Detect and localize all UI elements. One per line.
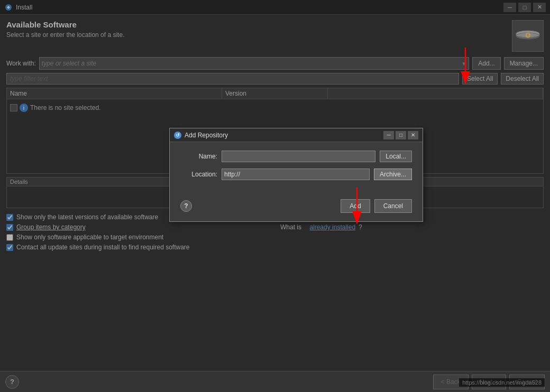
local-button[interactable]: Local... bbox=[380, 151, 412, 162]
modal-body: Name: Local... Location: Archive... bbox=[170, 142, 423, 195]
modal-app-icon: ↺ bbox=[174, 132, 181, 139]
location-label: Location: bbox=[180, 171, 217, 178]
modal-close-button[interactable]: ✕ bbox=[408, 131, 418, 139]
modal-title: Add Repository bbox=[185, 132, 380, 139]
location-input[interactable] bbox=[222, 169, 370, 180]
modal-controls: ─ □ ✕ bbox=[383, 131, 418, 139]
modal-title-bar: ↺ Add Repository ─ □ ✕ bbox=[170, 128, 423, 142]
name-input[interactable] bbox=[222, 151, 375, 162]
name-label: Name: bbox=[180, 153, 217, 160]
add-repository-dialog: ↺ Add Repository ─ □ ✕ Name: Local... Lo… bbox=[169, 128, 423, 222]
modal-bottom: ? Add Cancel bbox=[170, 195, 423, 221]
modal-maximize-button[interactable]: □ bbox=[396, 131, 406, 139]
archive-button[interactable]: Archive... bbox=[374, 169, 412, 180]
modal-minimize-button[interactable]: ─ bbox=[383, 131, 394, 139]
modal-add-button[interactable]: Add bbox=[341, 199, 370, 213]
modal-help-button[interactable]: ? bbox=[180, 200, 192, 212]
name-row: Name: Local... bbox=[180, 151, 412, 162]
modal-action-buttons: Add Cancel bbox=[341, 199, 412, 213]
modal-cancel-button[interactable]: Cancel bbox=[374, 199, 412, 213]
location-row: Location: Archive... bbox=[180, 169, 412, 180]
modal-overlay: ↺ Add Repository ─ □ ✕ Name: Local... Lo… bbox=[0, 0, 550, 392]
